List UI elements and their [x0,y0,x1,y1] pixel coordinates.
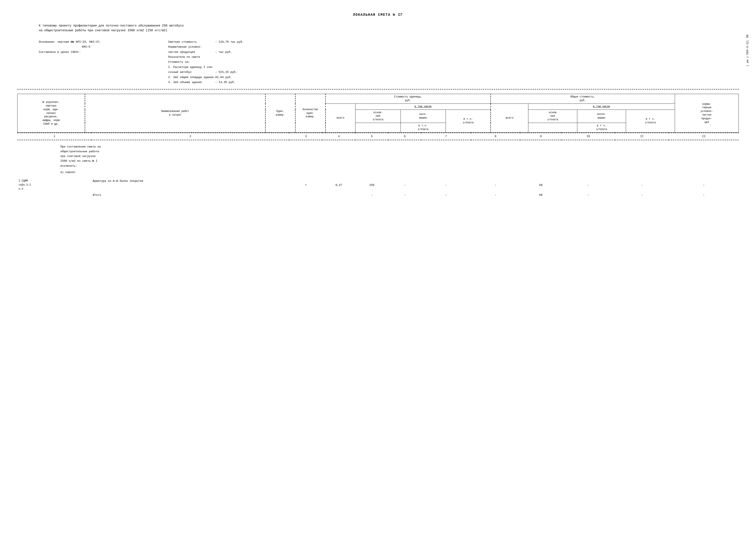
itogo-unit-vtch: – [471,192,520,198]
header-col3: Един.измер. [265,94,295,132]
column-numbers-row: 1 2 3 4 5 6 7 8 9 IO II I2 [17,133,739,140]
side-text: ( уш ) 503-3-12; 86 [746,35,749,67]
header-base-wage: основ-наяз/плата [356,110,400,123]
itogo-unit-base: – [388,192,421,198]
header-overall-base2 [528,123,577,133]
separator-top [17,89,739,90]
header-overall-base: основнаяз/плата [528,110,577,123]
info-left: Основание: чертежи №№ АРI÷IO, КЖI÷37, КМ… [39,40,168,85]
itogo-label: Итого [92,192,289,198]
data-table: I СЦММ табл.3-I п.3 Арматура кл.А-Ш бало… [17,178,739,198]
row-qty: 0,27 [322,178,355,192]
itogo-total-expl: – [615,192,669,198]
header-unit-incl: в том числе [356,103,491,110]
row-num2: табл.3-I [18,183,90,187]
row-unit: т [289,178,322,192]
header-col1: № укрупнен.сметныхнорм, еди-ничныхрасцен… [17,94,85,132]
row-total: 68 [520,178,561,192]
header-overall-expl2: в т ч.з/плата [577,123,626,133]
row-unit-expl: – [421,178,471,192]
itogo-row: Итого – – – – 68 – – – [17,192,739,198]
itogo-norm: – [669,192,739,198]
column-headers: № укрупнен.сметныхнорм, еди-ничныхрасцен… [17,94,739,132]
subtitle: К типовому проекту профилактория для пот… [39,23,739,33]
header-col12: норма-тивнаяусловно-чистаяпродук-ция [675,94,739,132]
header-total-cost: Общая стоимость,руб. [491,94,675,104]
row-total-expl: – [615,178,669,192]
column-numbers-table: 1 2 3 4 5 6 7 8 9 IO II I2 [17,133,739,140]
row-num3: п.3 [18,187,90,191]
row-unit-base: – [388,178,421,192]
row-unit-total: 250 [355,178,388,192]
row-total-base: – [561,178,615,192]
header-expl-mach: эксп.машин [400,110,446,123]
row-norm: – [669,178,739,192]
row-name: Арматура кл.А-Ш балок покрытия [93,179,288,183]
itogo-total-base: – [561,192,615,198]
info-right: Сметная стоимость – I28,79 тыс.руб. Норм… [168,40,739,85]
header-col2: Наименование работи затрат [85,94,265,132]
row-num: I СЦММ [18,179,90,183]
header-base-wage2 [356,123,400,133]
header-unit-total: всего [326,103,356,132]
itogo-unit-expl: – [421,192,471,198]
header-overall-vtch: в т ч.з/плата [626,110,675,132]
table-row: I СЦММ табл.3-I п.3 Арматура кл.А-Ш бало… [17,178,739,192]
header-overall-expl: экспл.машин [577,110,626,123]
header-unit-cost: Стоимость единицы,руб. [326,94,491,104]
header-col4: Количе­ствоедин.измер. [295,94,325,132]
header-overall-total: всего [491,103,528,132]
itogo-total: 68 [520,192,561,198]
header-vtch-wage: в т.ч.з/плата [446,110,491,132]
section-intro-text: При составлении сметы на общестроительны… [17,145,739,168]
row-unit-vtch: – [471,178,520,192]
page-title: ЛОКАЛЬНАЯ СМЕТА № Iг [17,13,739,17]
info-section: Основание: чертежи №№ АРI÷IO, КЖI÷37, КМ… [39,40,739,85]
header-overall-incl: в том числе [528,103,675,110]
itogo-unit-total: – [355,192,388,198]
subsection-label: а) каркас [60,171,739,174]
header-expl-mach2: в т.ч.з/плата [400,123,446,133]
